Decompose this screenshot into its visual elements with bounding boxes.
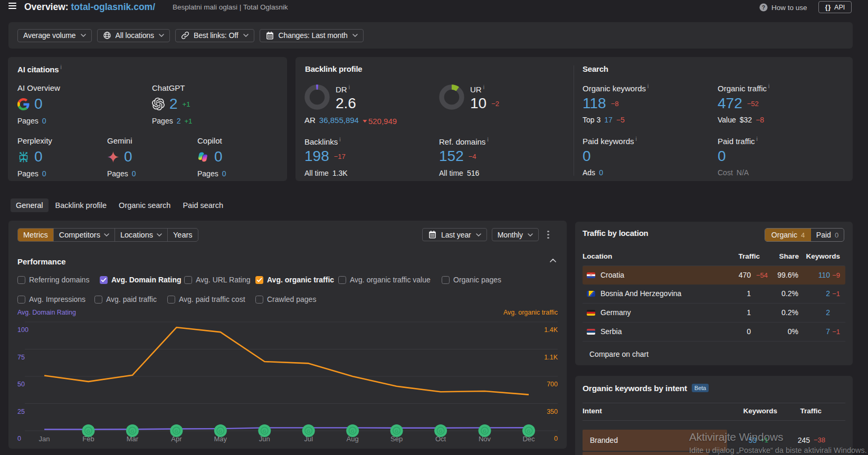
api-button[interactable]: {}API [818,1,852,13]
metric-checkbox-avg-paid-traffic-cost[interactable]: Avg. paid traffic cost [167,295,245,304]
tab-organic-search[interactable]: Organic search [113,198,176,212]
google-update-marker[interactable]: G [170,424,183,437]
title-domain-link[interactable]: total-oglasnik.com/ [71,2,155,12]
more-options-kebab-icon[interactable] [543,228,553,241]
right-axis-tick: 1.4K [544,326,558,334]
sub-stat[interactable]: 0 [599,168,603,177]
location-row-hr[interactable]: Croatia470−5499.6%110−9 [583,266,845,285]
citations-value[interactable]: 0 [34,148,43,165]
metric-checkbox-avg-organic-traffic[interactable]: Avg. organic traffic [255,276,334,284]
how-to-use-link[interactable]: ?How to use [759,0,807,15]
google-update-marker[interactable]: G [302,424,315,437]
intent-row-non-branded[interactable]: Non-branded65−9227−14 [583,451,845,455]
segment-label: Metrics [23,231,48,239]
globe-icon [103,31,111,40]
citations-value[interactable]: 2 [169,96,178,112]
google-update-marker[interactable]: G [346,424,359,437]
metric-checkbox-avg-paid-traffic[interactable]: Avg. paid traffic [94,295,157,304]
segment-competitors[interactable]: Competitors [53,229,115,241]
ar-value[interactable]: 36,855,894 [319,116,359,125]
ref-domains-value[interactable]: 152 [439,148,464,165]
metric-checkbox-organic-pages[interactable]: Organic pages [442,276,501,284]
checkbox-unchecked [442,276,450,284]
google-update-marker[interactable]: G [82,424,94,437]
keywords-value[interactable]: 2 [826,285,830,303]
metric-checkbox-avg-organic-traffic-value[interactable]: Avg. organic traffic value [338,276,431,284]
metric-checkbox-avg-domain-rating[interactable]: Avg. Domain Rating [100,276,182,284]
backlinks-value[interactable]: 198 [304,148,329,165]
keywords-value[interactable]: 7 [826,323,830,341]
segment-locations[interactable]: Locations [115,229,167,241]
segment-label: Competitors [59,231,100,239]
google-update-marker[interactable]: G [434,424,447,437]
paid-keywords-value[interactable]: 0 [583,148,591,165]
col-keywords[interactable]: Keywords [743,407,777,415]
col-share[interactable]: Share [779,252,799,260]
filter-average-volume-dropdown[interactable]: Average volume [17,29,92,42]
toggle-paid[interactable]: Paid0 [811,229,844,241]
filter-best-links-off-dropdown[interactable]: Best links: Off [175,29,254,42]
citations-value[interactable]: 0 [34,96,43,112]
segment-years[interactable]: Years [167,229,198,241]
location-row-ba[interactable]: Bosnia And Herzegovina10.2%2−1 [583,285,845,304]
segment-metrics[interactable]: Metrics [18,229,53,241]
keywords-value[interactable]: 53 [748,429,757,451]
collapse-chevron-up-icon[interactable] [550,259,556,262]
metric-checkbox-referring-domains[interactable]: Referring domains [17,276,89,284]
metric-checkbox-avg-impressions[interactable]: Avg. Impressions [17,295,85,304]
hamburger-menu-icon[interactable] [8,3,16,11]
intent-row-branded[interactable]: Branded53+1245−38 [583,429,845,451]
col-keywords[interactable]: Keywords [806,252,840,260]
metric-checkbox-avg-url-rating[interactable]: Avg. URL Rating [184,276,251,284]
traffic-by-location-card: Traffic by locationOrganic4Paid0Location… [575,222,853,365]
paid-traffic-value[interactable]: 0 [718,148,726,165]
organic-traffic-value[interactable]: 472 [718,95,742,112]
performance-chart[interactable]: 002535050700751.1K1001.4KJanFebMarAprMay… [8,317,567,449]
right-axis-tick: 0 [554,435,558,442]
organic-keywords-value[interactable]: 118 [583,95,606,112]
col-intent[interactable]: Intent [583,407,602,415]
toggle-organic[interactable]: Organic4 [765,229,811,241]
col-location[interactable]: Location [583,252,612,260]
compare-on-chart-link[interactable]: Compare on chart [589,350,648,358]
tab-backlink-profile[interactable]: Backlink profile [50,198,112,212]
google-update-marker[interactable]: G [479,424,491,437]
period-dropdown[interactable]: Last year [422,228,487,241]
tab-paid-search[interactable]: Paid search [177,198,228,212]
pages-value[interactable]: 0 [42,169,46,178]
metric-label: Avg. organic traffic value [350,276,431,284]
granularity-dropdown[interactable]: Monthly [492,228,539,241]
ai-citation-perplexity: Perplexity0Pages0 [17,136,104,178]
google-update-marker[interactable]: G [522,424,535,437]
citations-value[interactable]: 0 [214,148,223,165]
how-to-use-label: How to use [771,4,807,12]
dr-value: 2.6 [336,95,356,112]
info-icon: i [349,84,350,90]
google-update-marker[interactable]: G [214,424,227,437]
pages-value[interactable]: 0 [42,117,46,125]
location-row-rs[interactable]: Serbia00%7−1 [583,323,845,342]
keywords-value[interactable]: 110 [818,266,830,285]
keywords-value[interactable]: 65 [748,451,757,455]
google-update-marker[interactable]: G [390,424,403,437]
filter-changes-last-month-dropdown[interactable]: Changes: Last month [260,29,364,42]
traffic-value: 227 [798,451,810,455]
pages-value[interactable]: 2 [177,117,181,125]
ai-source-label: Copilot [197,136,284,145]
pages-label: Pages [17,117,39,125]
pages-value[interactable]: 0 [132,169,136,178]
google-update-marker[interactable]: G [126,424,139,437]
col-traffic[interactable]: Traffic [800,407,822,415]
location-row-de[interactable]: Germany10.2%2 [583,304,845,323]
tab-general[interactable]: General [11,198,49,212]
sub-stat[interactable]: 17 [604,116,613,124]
metric-checkbox-crawled-pages[interactable]: Crawled pages [255,295,316,304]
ai-source-label: Gemini [107,136,194,145]
col-traffic[interactable]: Traffic [738,252,760,260]
pages-value[interactable]: 0 [222,169,226,178]
keywords-value[interactable]: 2 [826,304,830,322]
google-update-marker[interactable]: G [258,424,271,437]
all-time-label: All time [304,169,329,177]
filter-all-locations-dropdown[interactable]: All locations [97,29,170,42]
citations-value[interactable]: 0 [124,148,132,165]
